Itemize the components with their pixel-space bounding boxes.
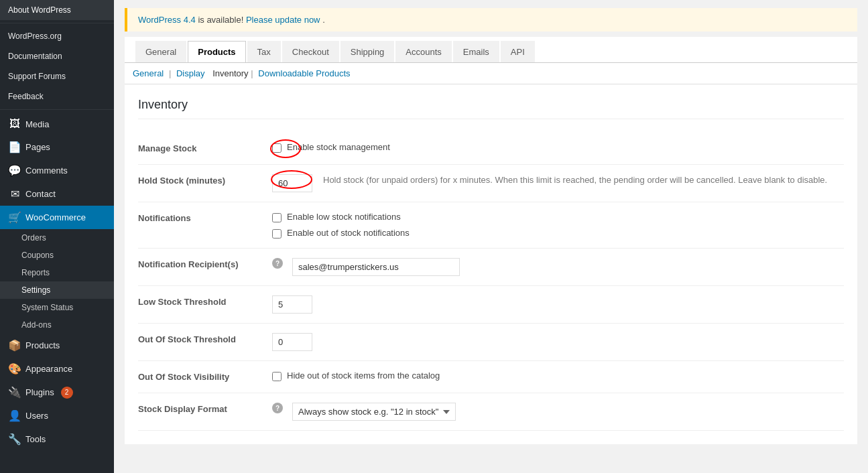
out-of-stock-visibility-checkbox[interactable] [272, 372, 282, 381]
tools-icon: 🔧 [8, 433, 21, 446]
plugins-icon: 🔌 [8, 386, 21, 399]
sidebar-top-wporg[interactable]: WordPress.org [0, 26, 114, 46]
notifications-row: Notifications Enable low stock notificat… [138, 202, 844, 249]
sidebar: About WordPress WordPress.org Documentat… [0, 0, 114, 473]
tab-products[interactable]: Products [188, 41, 245, 62]
sidebar-sub-coupons[interactable]: Coupons [0, 247, 114, 264]
users-icon: 👤 [8, 409, 21, 422]
sidebar-item-woocommerce[interactable]: 🛒 WooCommerce [0, 206, 114, 229]
products-icon: 📦 [8, 339, 21, 352]
out-of-stock-threshold-label: Out Of Stock Threshold [138, 324, 272, 361]
update-now-link[interactable]: Please update now [246, 15, 320, 25]
sidebar-sub-settings[interactable]: Settings [0, 281, 114, 299]
low-stock-threshold-label: Low Stock Threshold [138, 286, 272, 324]
tab-checkout[interactable]: Checkout [282, 41, 339, 62]
settings-table: Manage Stock Enable stock management [138, 133, 844, 431]
low-stock-notif-field: Enable low stock notifications [272, 212, 844, 222]
stock-display-format-select[interactable]: Always show stock e.g. "12 in stock" Onl… [292, 403, 456, 421]
tab-shipping[interactable]: Shipping [340, 41, 395, 62]
stock-display-format-label: Stock Display Format [138, 393, 272, 431]
stock-display-format-row: Stock Display Format ? Always show stock… [138, 393, 844, 431]
out-of-stock-notif-field: Enable out of stock notifications [272, 228, 844, 239]
contact-icon: ✉ [8, 188, 21, 200]
notification-recipients-field: ? [272, 258, 844, 276]
stock-display-format-help-icon: ? [272, 403, 283, 413]
notification-recipients-row: Notification Recipient(s) ? [138, 249, 844, 286]
out-of-stock-threshold-input[interactable] [272, 333, 312, 351]
out-of-stock-visibility-field: Hide out of stock items from the catalog [272, 370, 844, 381]
low-stock-notif-label[interactable]: Enable low stock notifications [287, 212, 401, 222]
manage-stock-field: Enable stock management [272, 142, 844, 153]
sub-nav: General | Display Inventory | Downloadab… [125, 63, 857, 84]
out-of-stock-visibility-label: Out Of Stock Visibility [138, 361, 272, 393]
out-stock-notif-checkbox[interactable] [272, 229, 282, 239]
stock-display-format-field: ? Always show stock e.g. "12 in stock" O… [272, 403, 844, 421]
sidebar-item-comments[interactable]: 💬 Comments [0, 159, 114, 182]
manage-stock-checkbox[interactable] [272, 143, 282, 153]
inventory-section-title: Inventory [138, 98, 844, 119]
content-area: Inventory Manage Stock Enable stock mana… [125, 84, 857, 444]
hold-stock-help: Hold stock (for unpaid orders) for x min… [323, 174, 827, 186]
low-stock-notif-checkbox[interactable] [272, 213, 282, 222]
comments-icon: 💬 [8, 164, 21, 177]
sidebar-item-products[interactable]: 📦 Products [0, 334, 114, 357]
sidebar-top-feedback[interactable]: Feedback [0, 86, 114, 107]
sidebar-item-appearance[interactable]: 🎨 Appearance [0, 357, 114, 381]
sidebar-item-contact[interactable]: ✉ Contact [0, 182, 114, 206]
sidebar-top-docs[interactable]: Documentation [0, 46, 114, 66]
update-notice: WordPress 4.4 is available! Please updat… [125, 8, 857, 31]
manage-stock-row: Manage Stock Enable stock management [138, 133, 844, 165]
notification-recipients-help-icon: ? [272, 258, 283, 269]
media-icon: 🖼 [8, 118, 21, 130]
sidebar-item-users[interactable]: 👤 Users [0, 404, 114, 427]
notification-recipients-label: Notification Recipient(s) [138, 249, 272, 286]
sidebar-sub-reports[interactable]: Reports [0, 264, 114, 281]
sub-nav-display[interactable]: Display [176, 68, 205, 78]
tab-emails[interactable]: Emails [453, 41, 499, 62]
hold-stock-field: Hold stock (for unpaid orders) for x min… [272, 174, 844, 192]
sub-nav-general[interactable]: General [133, 68, 164, 78]
out-of-stock-visibility-checkbox-label[interactable]: Hide out of stock items from the catalog [287, 370, 440, 381]
hold-stock-input[interactable] [272, 174, 312, 192]
low-stock-threshold-row: Low Stock Threshold [138, 286, 844, 324]
sidebar-sub-system-status[interactable]: System Status [0, 299, 114, 316]
out-stock-notif-label[interactable]: Enable out of stock notifications [287, 228, 410, 238]
tab-tax[interactable]: Tax [247, 41, 281, 62]
wp-version-link[interactable]: WordPress 4.4 [138, 15, 196, 25]
sidebar-top-support[interactable]: Support Forums [0, 66, 114, 86]
appearance-icon: 🎨 [8, 362, 21, 375]
low-stock-threshold-field [272, 295, 844, 314]
manage-stock-checkbox-label[interactable]: Enable stock management [287, 142, 390, 152]
out-of-stock-threshold-row: Out Of Stock Threshold [138, 324, 844, 361]
low-stock-threshold-input[interactable] [272, 295, 312, 314]
out-of-stock-threshold-field [272, 333, 844, 351]
tab-api[interactable]: API [501, 41, 535, 62]
hold-stock-row: Hold Stock (minutes) Hold stock (for unp… [138, 165, 844, 202]
notification-recipients-input[interactable] [292, 258, 460, 276]
woocommerce-icon: 🛒 [8, 211, 21, 224]
plugins-badge: 2 [61, 387, 73, 399]
pages-icon: 📄 [8, 141, 21, 153]
sub-nav-inventory: Inventory [212, 68, 248, 78]
hold-stock-label: Hold Stock (minutes) [138, 165, 272, 202]
sub-nav-downloadable[interactable]: Downloadable Products [258, 68, 350, 78]
out-of-stock-visibility-row: Out Of Stock Visibility Hide out of stoc… [138, 361, 844, 393]
main-content: WordPress 4.4 is available! Please updat… [114, 0, 868, 473]
sidebar-item-plugins[interactable]: 🔌 Plugins 2 [0, 381, 114, 404]
tabs-bar: General Products Tax Checkout Shipping A… [125, 37, 857, 63]
manage-stock-label: Manage Stock [138, 133, 272, 165]
sidebar-item-pages[interactable]: 📄 Pages [0, 135, 114, 159]
notifications-label: Notifications [138, 202, 272, 249]
sidebar-item-media[interactable]: 🖼 Media [0, 113, 114, 135]
sidebar-sub-addons[interactable]: Add-ons [0, 316, 114, 334]
tab-accounts[interactable]: Accounts [395, 41, 451, 62]
tab-general[interactable]: General [135, 41, 186, 62]
sidebar-top-about[interactable]: About WordPress [0, 0, 114, 20]
sidebar-item-tools[interactable]: 🔧 Tools [0, 427, 114, 451]
sidebar-sub-orders[interactable]: Orders [0, 229, 114, 247]
